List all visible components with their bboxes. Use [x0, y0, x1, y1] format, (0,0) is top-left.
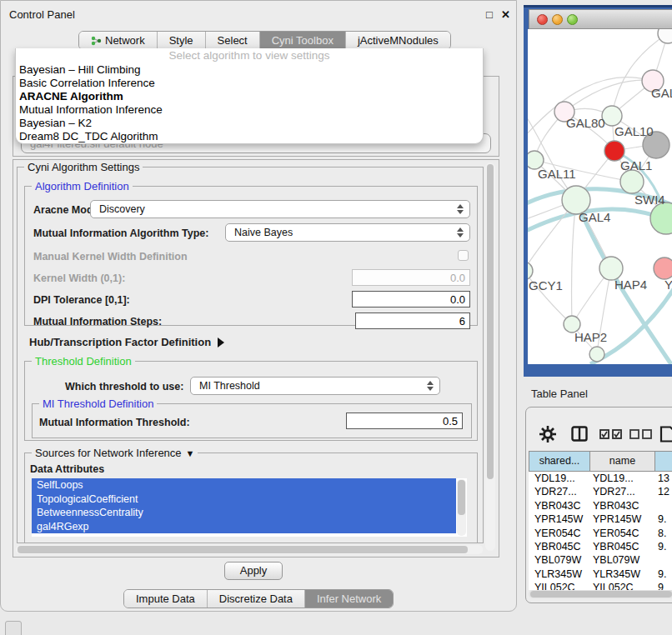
minimize-traffic-light-icon[interactable] — [552, 14, 563, 25]
data-attributes-list: SelfLoops TopologicalCoefficient Between… — [32, 478, 467, 537]
manual-kernel-label: Manual Kernel Width Definition — [33, 251, 188, 262]
kernel-width-field[interactable] — [352, 269, 470, 286]
node-label: HAP2 — [574, 330, 607, 344]
table-panel-window: shared... name YDL19...YDL19...13 YDR27.… — [525, 407, 672, 603]
network-canvas[interactable]: GAL GAL80 GAL10 GAL1 GAL11 SWI4 GAL4 GCY… — [528, 29, 672, 364]
window-frame-edge — [524, 5, 672, 8]
node-y-partial[interactable] — [654, 258, 672, 279]
table-row[interactable]: YBR045CYBR045C9. — [529, 540, 672, 553]
control-panel-tabbar: Network Style Select Cyni Toolbox jActiv… — [78, 31, 451, 50]
algorithm-option[interactable]: Dream8 DC_TDC Algorithm — [16, 130, 483, 143]
algorithm-option[interactable]: Bayesian – K2 — [16, 117, 483, 130]
mi-type-select[interactable]: Naive Bayes — [225, 223, 470, 242]
node-swi4[interactable] — [620, 170, 644, 193]
node-label: GCY1 — [529, 278, 563, 292]
tab-network[interactable]: Network — [79, 32, 157, 49]
column-header-name[interactable]: name — [589, 451, 655, 472]
tab-network-label: Network — [105, 34, 145, 47]
node-label: Y — [664, 278, 672, 292]
node-label: GAL1 — [620, 158, 652, 172]
node-hap4[interactable] — [599, 257, 623, 280]
combo-spinner-icon — [457, 228, 464, 238]
which-threshold-select[interactable]: MI Threshold — [190, 377, 440, 395]
tab-infer-network[interactable]: Infer Network — [304, 590, 393, 608]
show-checked-columns-icon[interactable] — [599, 429, 623, 439]
node-label: SWI4 — [634, 192, 665, 207]
mi-threshold-label: Mutual Information Threshold: — [39, 417, 190, 428]
node-unlabeled[interactable] — [589, 347, 604, 362]
panel-title: Control Panel — [9, 8, 75, 21]
node-bright-green[interactable] — [650, 202, 672, 234]
apply-button[interactable]: Apply — [224, 562, 283, 580]
table-row[interactable]: YBR043CYBR043C — [529, 499, 672, 512]
dpi-tolerance-field[interactable] — [352, 291, 470, 308]
data-attributes-label: Data Attributes — [30, 463, 104, 475]
tab-select[interactable]: Select — [205, 32, 259, 49]
threshold-definition-title: Threshold Definition — [32, 355, 135, 368]
table-row[interactable]: YIL052CYIL052C9 — [529, 581, 672, 590]
table-row[interactable]: YDL19...YDL19...13 — [529, 472, 672, 485]
attribute-item[interactable]: SelfLoops — [32, 478, 456, 492]
hide-columns-icon[interactable] — [629, 429, 653, 439]
mi-steps-label: Mutual Information Steps: — [33, 316, 162, 328]
settings-vertical-scrollbar[interactable] — [485, 162, 495, 551]
float-window-icon[interactable]: □ — [486, 8, 493, 21]
tab-style[interactable]: Style — [157, 32, 205, 49]
combo-spinner-icon — [457, 204, 464, 214]
export-table-icon[interactable] — [659, 426, 672, 442]
table-header-row: shared... name — [529, 451, 672, 472]
cyni-bottom-tabbar: Impute Data Discretize Data Infer Networ… — [123, 589, 394, 608]
algorithm-dropdown-placeholder: Select algorithm to view settings — [16, 48, 483, 63]
tab-discretize-data[interactable]: Discretize Data — [207, 590, 304, 608]
manual-kernel-checkbox[interactable] — [458, 250, 469, 261]
mi-threshold-field[interactable] — [346, 412, 463, 429]
sources-group-title[interactable]: Sources for Network Inference▼ — [32, 447, 198, 459]
table-row[interactable]: YPR145WYPR145W9. — [529, 512, 672, 526]
table-row[interactable]: YBL079WYBL079W — [529, 553, 672, 567]
algorithm-option-aracne[interactable]: ARACNE Algorithm — [16, 90, 483, 103]
algorithm-option[interactable]: Bayesian – Hill Climbing — [16, 63, 483, 77]
tab-cyni-toolbox[interactable]: Cyni Toolbox — [259, 32, 345, 49]
mi-type-label: Mutual Information Algorithm Type: — [33, 228, 208, 239]
dpi-tolerance-label: DPI Tolerance [0,1]: — [33, 294, 130, 306]
combo-spinner-icon — [427, 381, 434, 391]
algorithm-definition-title: Algorithm Definition — [32, 180, 133, 192]
mi-threshold-group: MI Threshold Definition Mutual Informati… — [32, 403, 472, 438]
table-horizontal-scrollbar[interactable] — [529, 590, 672, 598]
split-columns-icon[interactable] — [571, 426, 588, 442]
algorithm-option[interactable]: Basic Correlation Inference — [16, 77, 483, 90]
network-window-titlebar[interactable] — [529, 9, 672, 29]
attributes-scrollbar[interactable] — [457, 479, 466, 536]
node-label: GAL80 — [566, 116, 605, 130]
attribute-item[interactable]: BetweennessCentrality — [32, 506, 456, 520]
aracne-mode-select[interactable]: Discovery — [90, 200, 470, 218]
tab-jactivemnodules[interactable]: jActiveMNodules — [345, 32, 450, 49]
settings-horizontal-scrollbar[interactable] — [16, 545, 483, 554]
gear-icon[interactable] — [539, 426, 556, 442]
algorithm-option[interactable]: Mutual Information Inference — [16, 103, 483, 117]
close-traffic-light-icon[interactable] — [537, 14, 548, 25]
node-unlabeled[interactable] — [658, 29, 672, 43]
hub-definition-toggle[interactable]: Hub/Transcription Factor Definition — [29, 336, 224, 348]
minimized-panel-icon[interactable] — [5, 621, 22, 635]
zoom-traffic-light-icon[interactable] — [567, 14, 578, 25]
table-row[interactable]: YLR345WYLR345W9. — [529, 568, 672, 581]
network-view-window: GAL GAL80 GAL10 GAL1 GAL11 SWI4 GAL4 GCY… — [524, 5, 672, 377]
node-gcy1[interactable] — [528, 262, 533, 280]
node-label: HAP4 — [614, 278, 647, 292]
column-header-partial[interactable] — [654, 451, 672, 472]
column-header-shared[interactable]: shared... — [529, 451, 590, 472]
tab-impute-data[interactable]: Impute Data — [124, 590, 207, 608]
mi-steps-field[interactable] — [355, 312, 470, 329]
node-label: GAL — [651, 86, 672, 100]
node-label: GAL11 — [538, 167, 576, 181]
table-row[interactable]: YDR27...YDR27...12 — [529, 485, 672, 498]
table-row[interactable]: YER054CYER054C8. — [529, 527, 672, 540]
network-icon — [91, 33, 102, 50]
algorithm-dropdown-popup: Select algorithm to view settings Bayesi… — [15, 48, 484, 144]
attribute-item[interactable]: gal4RGexp — [32, 520, 456, 534]
close-window-icon[interactable]: ✕ — [501, 8, 510, 21]
node-label: GAL4 — [579, 210, 610, 224]
attribute-item[interactable]: TopologicalCoefficient — [32, 492, 456, 507]
algorithm-definition-group: Algorithm Definition Aracne Mode: Discov… — [24, 186, 478, 326]
